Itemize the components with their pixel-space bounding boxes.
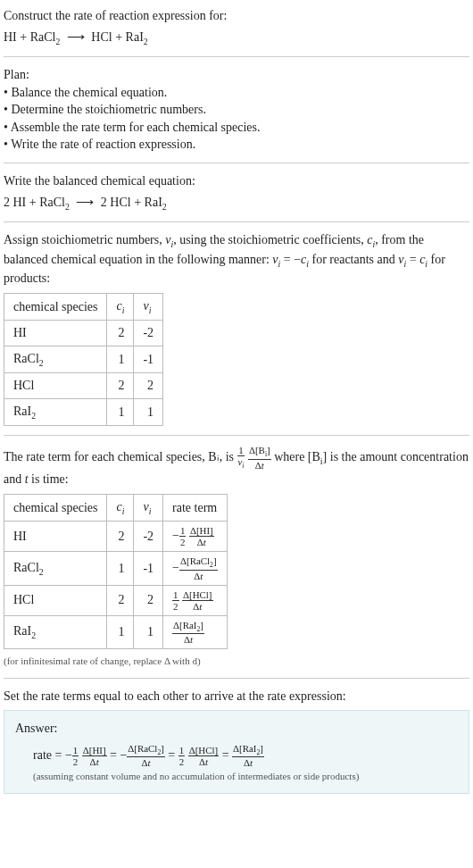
prompt-line1: Construct the rate of reaction expressio…: [4, 7, 469, 25]
cell-c: 2: [107, 373, 134, 399]
prompt-section: Construct the rate of reaction expressio…: [4, 7, 469, 47]
rateterm-note: (for infinitesimal rate of change, repla…: [4, 655, 469, 668]
cell-species: RaCl2: [4, 346, 107, 373]
balanced-section: Write the balanced chemical equation: 2 …: [4, 172, 469, 213]
table-row: HCl 2 2 12 Δ[HCl]Δt: [4, 585, 228, 615]
cell-v: -1: [134, 346, 163, 373]
frac-dBi-dt: Δ[Bi] Δt: [248, 445, 271, 471]
col-species: chemical species: [4, 494, 107, 522]
col-v: νi: [134, 293, 163, 321]
divider: [4, 678, 469, 679]
balanced-heading: Write the balanced chemical equation:: [4, 172, 469, 190]
cell-rate: −12 Δ[HI]Δt: [163, 522, 227, 552]
final-section: Set the rate terms equal to each other t…: [4, 688, 469, 794]
rateterm-section: The rate term for each chemical species,…: [4, 445, 469, 668]
cell-species: RaCl2: [4, 552, 107, 586]
plan-item: • Write the rate of reaction expression.: [4, 136, 469, 154]
cell-c: 2: [107, 585, 134, 615]
plan-heading: Plan:: [4, 66, 469, 84]
answer-box: Answer: rate = −12 Δ[HI]Δt = −Δ[RaCl2]Δt…: [4, 710, 469, 794]
final-heading: Set the rate terms equal to each other t…: [4, 688, 469, 705]
table-row: HI 2 -2: [4, 321, 163, 346]
divider: [4, 163, 469, 163]
frac-one-over-nu: 1 νi: [237, 445, 245, 471]
plan-item: • Determine the stoichiometric numbers.: [4, 101, 469, 119]
cell-rate: 12 Δ[HCl]Δt: [163, 585, 227, 615]
cell-species: HI: [4, 522, 107, 552]
cell-v: -1: [134, 552, 163, 586]
rate-expression: rate = −12 Δ[HI]Δt = −Δ[RaCl2]Δt = 12 Δ[…: [33, 743, 458, 769]
plan-item: • Assemble the rate term for each chemic…: [4, 119, 469, 137]
cell-v: 2: [134, 373, 163, 399]
plan-item: • Balance the chemical equation.: [4, 84, 469, 102]
table-row: HI 2 -2 −12 Δ[HI]Δt: [4, 522, 228, 552]
stoich-text: Assign stoichiometric numbers, νi, using…: [4, 231, 469, 288]
table-row: HCl 2 2: [4, 373, 163, 399]
divider: [4, 221, 469, 222]
col-species: chemical species: [4, 293, 107, 321]
stoich-table: chemical species ci νi HI 2 -2 RaCl2 1 -…: [4, 293, 163, 427]
table-header-row: chemical species ci νi: [4, 293, 163, 321]
balanced-equation: 2 HI + RaCl2 ⟶ 2 HCl + RaI2: [4, 194, 469, 213]
cell-c: 1: [107, 398, 134, 426]
cell-species: RaI2: [4, 398, 107, 426]
cell-c: 1: [107, 615, 134, 649]
table-row: RaI2 1 1 Δ[RaI2]Δt: [4, 615, 228, 649]
rateterm-table: chemical species ci νi rate term HI 2 -2…: [4, 494, 228, 650]
rateterm-text: The rate term for each chemical species,…: [4, 445, 469, 488]
cell-v: 1: [134, 615, 163, 649]
cell-species: HCl: [4, 585, 107, 615]
stoich-section: Assign stoichiometric numbers, νi, using…: [4, 231, 469, 426]
table-row: RaI2 1 1: [4, 398, 163, 426]
assumption-note: (assuming constant volume and no accumul…: [33, 770, 458, 783]
prompt-equation: HI + RaCl2 ⟶ HCl + RaI2: [4, 29, 469, 48]
col-rate: rate term: [163, 494, 227, 522]
plan-section: Plan: • Balance the chemical equation. •…: [4, 66, 469, 154]
cell-rate: Δ[RaI2]Δt: [163, 615, 227, 649]
cell-c: 1: [107, 346, 134, 373]
divider: [4, 56, 469, 57]
divider: [4, 435, 469, 436]
table-row: RaCl2 1 -1: [4, 346, 163, 373]
cell-c: 2: [107, 522, 134, 552]
cell-v: 1: [134, 398, 163, 426]
col-c: ci: [107, 293, 134, 321]
table-row: RaCl2 1 -1 −Δ[RaCl2]Δt: [4, 552, 228, 586]
cell-v: -2: [134, 321, 163, 346]
col-v: νi: [134, 494, 163, 522]
cell-v: -2: [134, 522, 163, 552]
table-header-row: chemical species ci νi rate term: [4, 494, 228, 522]
cell-rate: −Δ[RaCl2]Δt: [163, 552, 227, 586]
col-c: ci: [107, 494, 134, 522]
cell-species: RaI2: [4, 615, 107, 649]
answer-label: Answer:: [15, 720, 458, 738]
cell-species: HCl: [4, 373, 107, 399]
cell-c: 2: [107, 321, 134, 346]
cell-v: 2: [134, 585, 163, 615]
cell-species: HI: [4, 321, 107, 346]
cell-c: 1: [107, 552, 134, 586]
